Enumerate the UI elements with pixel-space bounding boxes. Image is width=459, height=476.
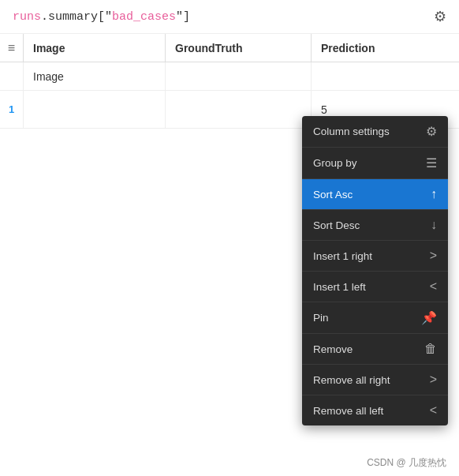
- top-bar: runs.summary["bad_cases"] ⚙: [0, 0, 459, 34]
- column-header-image[interactable]: Image: [24, 34, 166, 62]
- menu-item-label: Insert 1 left: [313, 281, 424, 293]
- menu-item-pin[interactable]: Pin📌: [302, 302, 448, 334]
- menu-item-sort-desc[interactable]: Sort Desc↓: [302, 210, 448, 241]
- menu-item-icon: ⚙: [426, 124, 437, 139]
- code-close-bracket: "]: [176, 10, 190, 24]
- menu-item-icon: <: [430, 279, 437, 294]
- menu-item-remove-all-right[interactable]: Remove all right>: [302, 365, 448, 395]
- menu-item-remove[interactable]: Remove🗑: [302, 334, 448, 365]
- menu-item-label: Insert 1 right: [313, 250, 424, 262]
- menu-item-icon: 📌: [421, 310, 437, 325]
- code-dot: .: [41, 10, 48, 24]
- menu-item-label: Pin: [313, 312, 415, 324]
- code-expression: runs.summary["bad_cases"]: [13, 10, 190, 24]
- menu-item-remove-all-left[interactable]: Remove all left<: [302, 395, 448, 425]
- column-header-prediction[interactable]: Prediction: [312, 34, 459, 62]
- gear-icon[interactable]: ⚙: [434, 8, 446, 25]
- row-image-value: [24, 91, 166, 128]
- menu-item-icon: ↓: [431, 218, 437, 232]
- row-image-cell: Image: [24, 62, 166, 90]
- table-body: Image 1 5 Column settings⚙Group by☰Sort …: [0, 62, 459, 129]
- menu-item-label: Remove all left: [313, 405, 424, 417]
- filter-icon[interactable]: ≡: [0, 34, 24, 62]
- menu-item-icon: ↑: [431, 187, 437, 201]
- row-prediction-cell: [312, 62, 459, 90]
- code-key: bad_cases: [112, 10, 176, 24]
- menu-item-label: Column settings: [313, 126, 420, 137]
- row-index-cell: 1: [0, 91, 24, 128]
- menu-item-label: Sort Asc: [313, 189, 424, 201]
- table-row: Image: [0, 62, 459, 91]
- table-header: ≡ Image GroundTruth Prediction: [0, 34, 459, 62]
- column-header-groundtruth[interactable]: GroundTruth: [166, 34, 312, 62]
- menu-item-label: Remove: [313, 343, 418, 355]
- menu-item-sort-asc[interactable]: Sort Asc↑: [302, 179, 448, 210]
- menu-item-icon: ☰: [426, 156, 437, 171]
- menu-item-label: Sort Desc: [313, 219, 424, 231]
- menu-item-insert-1-left[interactable]: Insert 1 left<: [302, 272, 448, 302]
- menu-item-insert-1-right[interactable]: Insert 1 right>: [302, 241, 448, 272]
- context-menu: Column settings⚙Group by☰Sort Asc↑Sort D…: [302, 116, 448, 425]
- code-method: summary: [48, 10, 98, 24]
- menu-item-column-settings[interactable]: Column settings⚙: [302, 116, 448, 148]
- menu-item-icon: <: [430, 403, 437, 418]
- menu-item-icon: 🗑: [424, 342, 437, 356]
- menu-item-icon: >: [430, 373, 437, 387]
- row-groundtruth-cell: [166, 62, 312, 90]
- footer-text: CSDN @ 几度热忱: [367, 456, 446, 470]
- code-runs: runs: [13, 10, 41, 24]
- menu-item-label: Group by: [313, 157, 420, 169]
- row-filter-cell: [0, 62, 24, 90]
- menu-item-icon: >: [430, 249, 437, 263]
- menu-item-group-by[interactable]: Group by☰: [302, 148, 448, 179]
- code-open-bracket: [": [98, 10, 112, 24]
- menu-item-label: Remove all right: [313, 374, 424, 386]
- row-groundtruth-value: [166, 91, 312, 128]
